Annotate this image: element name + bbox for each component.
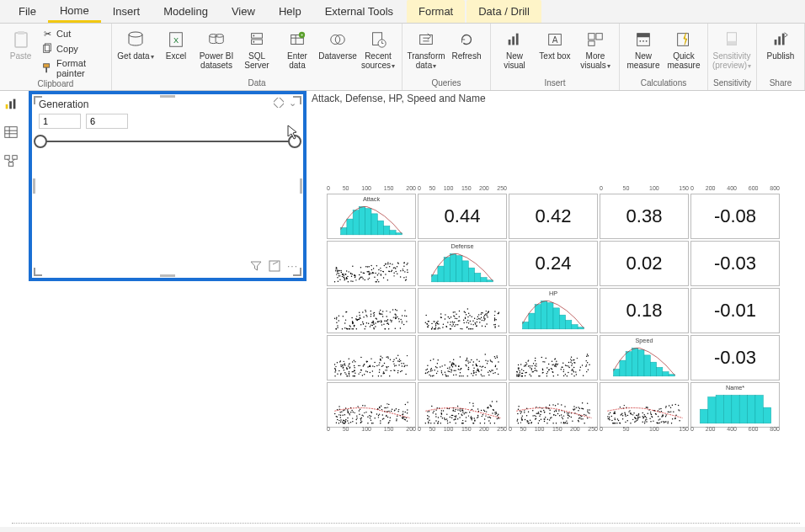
svg-point-153	[404, 271, 405, 272]
get-data-button[interactable]: Get data▾	[117, 25, 154, 61]
svg-point-676	[469, 361, 470, 362]
slicer-max-input[interactable]	[86, 114, 128, 129]
excel-button[interactable]: X Excel	[157, 25, 195, 61]
svg-point-710	[447, 375, 448, 376]
sql-server-button[interactable]: SQL Server	[238, 25, 275, 70]
svg-point-169	[387, 263, 388, 264]
resize-r[interactable]	[300, 178, 302, 194]
quick-measure-button[interactable]: Quick measure	[665, 25, 702, 70]
svg-point-1455	[658, 423, 659, 423]
resize-l[interactable]	[33, 178, 35, 194]
paste-button[interactable]: Paste	[5, 25, 36, 61]
slider-handle-min[interactable]	[34, 135, 47, 148]
svg-point-1074	[392, 409, 392, 410]
svg-point-1492	[670, 411, 671, 412]
enter-data-button[interactable]: + Enter data	[279, 25, 316, 70]
svg-point-637	[385, 370, 386, 370]
svg-point-489	[476, 325, 477, 326]
svg-point-90	[367, 266, 368, 267]
transform-data-button[interactable]: Transform data▾	[408, 25, 445, 70]
tab-modeling[interactable]: Modeling	[152, 0, 220, 23]
svg-point-1219	[438, 417, 439, 418]
resize-tl[interactable]	[34, 96, 42, 104]
tab-help[interactable]: Help	[267, 0, 313, 23]
svg-point-1048	[337, 416, 338, 417]
new-visual-button[interactable]: New visual	[496, 25, 533, 70]
focus-mode-icon[interactable]	[269, 260, 280, 274]
svg-point-208	[393, 267, 394, 268]
data-view-button[interactable]	[2, 123, 20, 141]
more-options-icon[interactable]: ···	[287, 260, 298, 274]
resize-tr[interactable]	[293, 96, 301, 104]
svg-point-187	[383, 271, 384, 272]
publish-button[interactable]: Publish	[762, 25, 799, 61]
report-view-button[interactable]	[2, 94, 20, 113]
svg-point-1286	[517, 419, 518, 420]
slicer-min-input[interactable]	[39, 114, 81, 129]
model-view-button[interactable]	[2, 152, 20, 170]
svg-rect-5	[45, 67, 47, 72]
refresh-button[interactable]: Refresh	[448, 25, 485, 61]
cut-button[interactable]: ✂ Cut	[40, 27, 106, 40]
svg-point-897	[573, 359, 574, 360]
svg-point-1213	[428, 423, 429, 423]
svg-rect-46	[13, 99, 16, 109]
resize-b[interactable]	[160, 274, 175, 277]
resize-bl[interactable]	[34, 268, 42, 276]
svg-point-694	[495, 358, 496, 359]
tab-format[interactable]: Format	[407, 0, 465, 23]
svg-point-100	[340, 270, 341, 271]
svg-point-1361	[554, 411, 555, 412]
svg-point-773	[494, 356, 495, 357]
svg-point-1388	[665, 406, 666, 407]
tab-home[interactable]: Home	[48, 0, 101, 23]
text-box-button[interactable]: A Text box	[536, 25, 573, 61]
svg-point-180	[335, 270, 336, 271]
svg-point-734	[445, 371, 445, 372]
more-visuals-button[interactable]: More visuals▾	[577, 25, 614, 70]
svg-point-717	[498, 374, 498, 375]
resize-t[interactable]	[160, 95, 175, 98]
svg-point-1381	[629, 410, 630, 411]
svg-point-356	[365, 311, 366, 312]
tab-view[interactable]: View	[220, 0, 267, 23]
svg-point-981	[340, 414, 341, 415]
svg-point-122	[345, 274, 346, 274]
svg-point-787	[427, 372, 428, 373]
format-painter-button[interactable]: Format painter	[40, 57, 106, 79]
svg-point-441	[488, 311, 488, 312]
filter-icon[interactable]	[250, 260, 262, 274]
svg-point-1239	[532, 410, 533, 411]
svg-point-379	[488, 312, 488, 313]
svg-point-742	[425, 372, 426, 373]
pbi-datasets-button[interactable]: Power BI datasets	[198, 25, 235, 70]
svg-point-777	[477, 368, 478, 369]
svg-point-1020	[341, 411, 342, 412]
recent-sources-button[interactable]: Recent sources▾	[360, 25, 397, 70]
copy-button[interactable]: Copy	[40, 42, 106, 56]
clear-selections-icon[interactable]	[274, 98, 284, 110]
tab-data-drill[interactable]: Data / Drill	[466, 0, 541, 23]
svg-point-1034	[348, 412, 349, 413]
slicer-visual-generation[interactable]: Generation ⌄	[29, 91, 307, 281]
svg-point-879	[565, 364, 566, 365]
scatterplot-matrix[interactable]: Attack 0.440.420.38-0.08 Defense	[327, 194, 780, 428]
tab-file[interactable]: File	[7, 0, 48, 23]
svg-point-540	[367, 366, 368, 367]
svg-point-1117	[441, 413, 442, 414]
svg-point-167	[368, 271, 369, 272]
svg-point-1037	[337, 419, 338, 420]
new-measure-button[interactable]: New measure	[625, 25, 662, 70]
svg-point-715	[481, 370, 482, 370]
svg-point-1363	[667, 423, 668, 423]
dataverse-button[interactable]: Dataverse	[319, 25, 356, 61]
sensitivity-button[interactable]: Sensitivity (preview)▾	[713, 25, 750, 70]
slicer-slider[interactable]	[40, 141, 295, 142]
svg-point-928	[530, 375, 531, 376]
tab-external-tools[interactable]: External Tools	[313, 0, 405, 23]
svg-point-1192	[470, 418, 471, 418]
svg-point-1276	[526, 415, 527, 416]
svg-rect-509	[572, 325, 578, 329]
tab-insert[interactable]: Insert	[101, 0, 152, 23]
svg-rect-936	[638, 350, 644, 376]
